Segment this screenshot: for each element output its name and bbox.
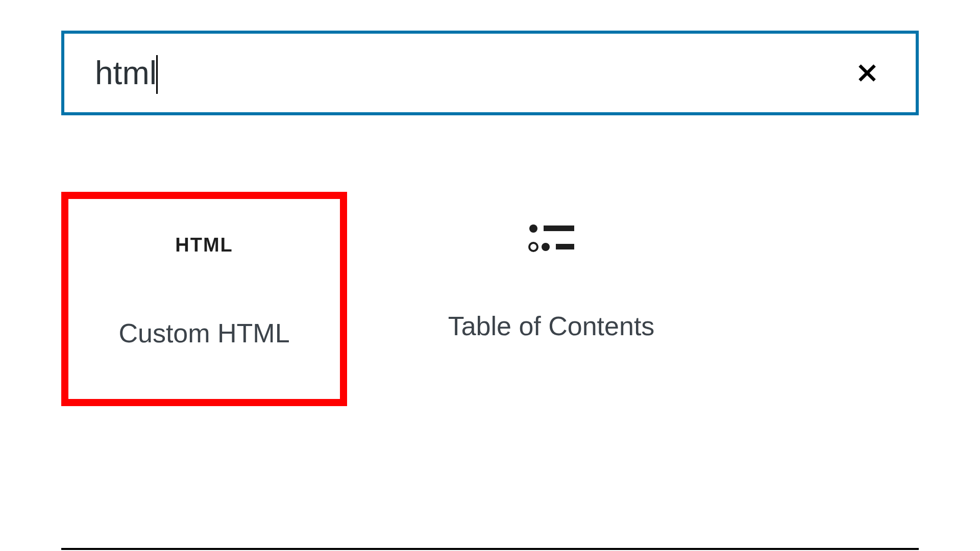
search-input-wrapper[interactable]: html bbox=[95, 54, 849, 92]
svg-point-2 bbox=[529, 224, 537, 233]
svg-rect-6 bbox=[556, 244, 574, 249]
block-label: Table of Contents bbox=[448, 309, 655, 344]
svg-point-4 bbox=[529, 243, 537, 251]
clear-search-button[interactable] bbox=[849, 55, 885, 91]
search-input[interactable]: html bbox=[95, 54, 157, 92]
block-results-grid: HTML Custom HTML Table of Contents bbox=[61, 192, 919, 406]
svg-rect-3 bbox=[544, 226, 574, 231]
close-icon bbox=[854, 60, 880, 86]
block-label: Custom HTML bbox=[118, 316, 289, 351]
block-table-of-contents[interactable]: Table of Contents bbox=[408, 192, 694, 406]
divider-line bbox=[61, 548, 919, 550]
block-custom-html[interactable]: HTML Custom HTML bbox=[61, 192, 347, 406]
svg-point-5 bbox=[542, 243, 550, 251]
html-icon: HTML bbox=[175, 224, 233, 265]
table-of-contents-icon bbox=[527, 217, 576, 258]
block-search-container: html bbox=[61, 31, 919, 115]
